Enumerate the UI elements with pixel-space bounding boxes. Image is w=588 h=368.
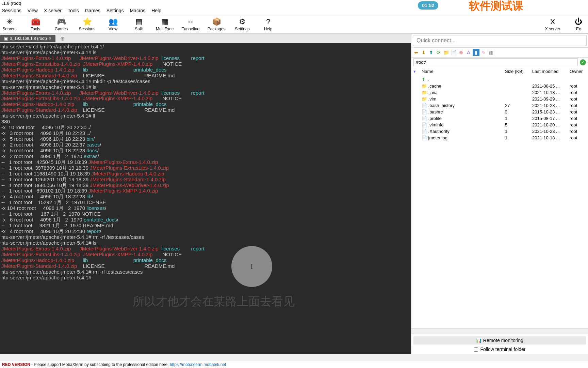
status-link[interactable]: https://mobaxterm.mobatek.net (170, 362, 226, 367)
properties-icon[interactable]: ▦ (488, 49, 494, 56)
tool-tools[interactable]: 🧰Tools (27, 17, 44, 31)
back-icon[interactable]: ⬅ (413, 49, 420, 56)
path-input[interactable] (413, 58, 578, 66)
horizontal-scrollbar[interactable] (411, 328, 588, 334)
rename-icon[interactable]: A (465, 49, 472, 56)
tool-packages[interactable]: 📦Packages (208, 17, 225, 31)
monitor-icon: 📊 (476, 338, 482, 343)
tool-sessions[interactable]: ⭐Sessions (79, 17, 95, 31)
statusbar: RED VERSION - Please support MobaXterm b… (0, 361, 588, 368)
file-row[interactable]: 📄 .viminfo52021-10-20 ...root (411, 122, 588, 128)
packages-icon: 📦 (212, 17, 221, 27)
path-ok-icon: ✓ (580, 59, 586, 65)
menu-sessions[interactable]: Sessions (2, 8, 21, 13)
col-name[interactable]: Name (420, 68, 503, 75)
view-icon: 👥 (108, 17, 118, 27)
sftp-panel: ⬅ ⬇ ⬆ ⟳ 📁 📄 ⊗ A ▮ ✎ ▦ ✓ ▾ Name Size (KB)… (411, 34, 588, 354)
session-tab[interactable]: ▣ 3. 192.168.1.8 (root) × (0, 35, 55, 42)
tool-help[interactable]: ?Help (260, 17, 276, 31)
file-header: ▾ Name Size (KB) Last modified Owner (411, 67, 588, 76)
refresh-icon[interactable]: ⟳ (435, 49, 442, 56)
file-row[interactable]: 📄 .bash_history272021-10-23 ...root (411, 102, 588, 109)
checkbox[interactable] (474, 347, 478, 352)
menu-view[interactable]: View (28, 8, 38, 13)
tool-multiexec[interactable]: ▦MultiExec (157, 17, 173, 31)
servers-icon: ✳ (5, 17, 14, 27)
sessions-icon: ⭐ (82, 17, 92, 27)
expand-icon[interactable]: ▾ (411, 68, 420, 75)
edit-icon[interactable]: ✎ (480, 49, 487, 56)
file-row[interactable]: 📄 jmeter.log12021-10-18 ...root (411, 135, 588, 141)
version-label: RED VERSION (2, 362, 30, 367)
tunneling-icon: ↔ (186, 17, 195, 27)
file-row[interactable]: 📁 .vim2021-09-29 ...root (411, 96, 588, 102)
ex-icon: ⏻ (574, 17, 583, 27)
file-row[interactable]: 📄 .profile12015-08-17 ...root (411, 115, 588, 122)
subtitle-overlay: 所以才他才会在某路上面去看见 (133, 295, 295, 308)
menu-x-server[interactable]: X server (44, 8, 62, 13)
tool-view[interactable]: 👥View (105, 17, 121, 31)
tool-tunneling[interactable]: ↔Tunneling (182, 17, 199, 31)
upload-icon[interactable]: ⬆ (428, 49, 435, 56)
file-row[interactable]: 📁 .java2021-10-18 ...root (411, 89, 588, 96)
terminal-icon: ▣ (4, 36, 8, 41)
col-modified[interactable]: Last modified (530, 68, 568, 75)
tool-games[interactable]: 🎮Games (53, 17, 69, 31)
tab-label: 3. 192.168.1.8 (root) (10, 36, 47, 41)
tool-servers[interactable]: ✳Servers (1, 17, 18, 31)
tool-settings[interactable]: ⚙Settings (234, 17, 250, 31)
menu-help[interactable]: Help (151, 8, 161, 13)
file-row[interactable]: 📄 .Xauthority12021-10-23 ...root (411, 128, 588, 135)
close-icon[interactable]: × (49, 36, 51, 41)
toolbar: ✳Servers🧰Tools🎮Games⭐Sessions👥View▤Split… (0, 15, 588, 34)
help-icon: ? (263, 17, 273, 27)
menu-settings[interactable]: Settings (107, 8, 124, 13)
file-row[interactable]: 📄 .bashrc32015-10-23 ...root (411, 109, 588, 115)
settings-icon: ⚙ (238, 17, 247, 27)
sftp-toolbar: ⬅ ⬇ ⬆ ⟳ 📁 📄 ⊗ A ▮ ✎ ▦ (411, 48, 588, 58)
menu-macros[interactable]: Macros (130, 8, 145, 13)
timer-badge: 01:52 (418, 1, 438, 10)
tool-x-server[interactable]: XX server (544, 17, 561, 31)
multiexec-icon: ▦ (160, 17, 169, 27)
split-icon: ▤ (134, 17, 144, 27)
toggle-hidden-icon[interactable]: ▮ (473, 49, 479, 56)
quick-connect-input[interactable] (413, 35, 587, 46)
tools-icon: 🧰 (31, 17, 40, 27)
file-row[interactable]: 📁 .cache2021-08-25 ...root (411, 83, 588, 89)
new-file-icon[interactable]: 📄 (450, 49, 457, 56)
col-size[interactable]: Size (KB) (503, 68, 530, 75)
menu-tools[interactable]: Tools (68, 8, 79, 13)
col-owner[interactable]: Owner (568, 68, 588, 75)
file-list: ▾ Name Size (KB) Last modified Owner ⬆ .… (411, 67, 588, 328)
add-tab-button[interactable]: ⊕ (58, 35, 67, 42)
remote-monitoring-button[interactable]: 📊 Remote monitoring (413, 336, 586, 344)
watermark: 软件测试课 (469, 0, 523, 14)
new-folder-icon[interactable]: 📁 (443, 49, 450, 56)
delete-icon[interactable]: ⊗ (458, 49, 464, 56)
menu-games[interactable]: Games (85, 8, 100, 13)
tool-split[interactable]: ▤Split (131, 17, 147, 31)
cursor-indicator: I (231, 246, 272, 287)
tab-bar: ▣ 3. 192.168.1.8 (root) × ⊕ (0, 34, 411, 43)
download-icon[interactable]: ⬇ (420, 49, 427, 56)
file-row[interactable]: ⬆ .. (411, 76, 588, 83)
terminal[interactable]: ntu-server:~# cd /jmeter/apache-jmeter-5… (0, 43, 411, 354)
tool-ex[interactable]: ⏻Ex (570, 17, 587, 31)
x server-icon: X (548, 17, 557, 27)
games-icon: 🎮 (56, 17, 66, 27)
status-text: - Please support MobaXterm by subscribin… (31, 362, 170, 367)
follow-terminal-checkbox[interactable]: Follow terminal folder (413, 347, 586, 352)
